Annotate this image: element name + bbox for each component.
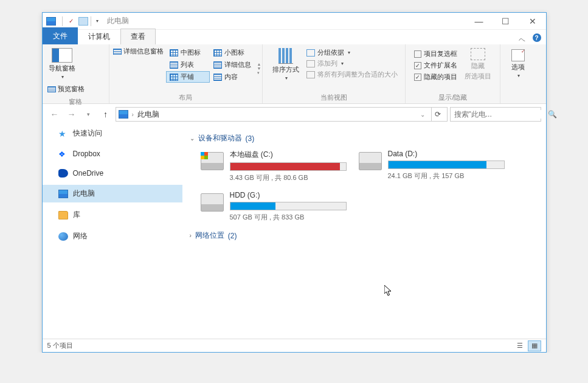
dropbox-icon: ❖: [58, 150, 68, 158]
list-icon: [170, 61, 178, 69]
preview-pane-button[interactable]: 预览窗格: [47, 85, 85, 94]
tiles-icon: [170, 74, 178, 81]
sidebar-item-thispc[interactable]: 此电脑: [43, 185, 182, 202]
search-box[interactable]: 🔍: [450, 107, 541, 122]
address-dropdown-icon[interactable]: ⌄: [418, 111, 427, 118]
maximize-button[interactable]: ☐: [493, 13, 519, 30]
ribbon-group-currentview: 当前视图: [263, 92, 405, 103]
ribbon-group-layout: 布局: [109, 92, 263, 103]
layout-content[interactable]: 内容: [210, 71, 255, 83]
view-details-toggle[interactable]: ☰: [513, 340, 527, 351]
app-icon: [46, 17, 56, 26]
add-columns-button: 添加列▾: [306, 59, 398, 68]
tab-computer[interactable]: 计算机: [78, 29, 120, 44]
content-icon: [213, 74, 222, 81]
drive-item[interactable]: 本地磁盘 (C:) 3.43 GB 可用 , 共 80.6 GB: [201, 150, 347, 182]
chevron-down-icon: ⌄: [190, 135, 195, 142]
preview-pane-icon: [47, 86, 56, 92]
qat-divider: [62, 16, 63, 26]
status-item-count: 5 个项目: [47, 341, 73, 350]
location-icon: [119, 110, 128, 119]
qat-divider: [91, 16, 91, 26]
nav-recent-dropdown[interactable]: ▾: [81, 107, 96, 122]
qat-new-folder-icon[interactable]: [78, 17, 88, 26]
close-button[interactable]: ✕: [519, 13, 546, 30]
content-area: ⌄ 设备和驱动器 (3) 本地磁盘 (C:) 3.43 GB 可用 , 共 80…: [182, 125, 546, 339]
drive-item[interactable]: Data (D:) 24.1 GB 可用 , 共 157 GB: [359, 150, 505, 182]
search-icon[interactable]: 🔍: [548, 110, 557, 119]
hide-icon: [471, 48, 485, 60]
group-devices-header[interactable]: ⌄ 设备和驱动器 (3): [190, 133, 539, 143]
drive-icon: [201, 193, 224, 212]
breadcrumb-item[interactable]: 此电脑: [137, 109, 159, 120]
ribbon-group-showhide: 显示/隐藏: [406, 92, 500, 103]
hidden-items-toggle[interactable]: ✓隐藏的项目: [414, 72, 457, 81]
sidebar-item-network[interactable]: 网络: [43, 227, 182, 245]
pc-icon: [58, 190, 68, 198]
small-icons-icon: [213, 49, 222, 57]
qat-dropdown-icon[interactable]: ▾: [94, 18, 101, 24]
layout-small-icons[interactable]: 小图标: [210, 47, 255, 58]
checkbox-checked-icon: ✓: [414, 74, 421, 81]
drive-name: HDD (G:): [230, 191, 347, 199]
view-tiles-toggle[interactable]: ▦: [528, 340, 541, 351]
group-by-button[interactable]: 分组依据▾: [306, 48, 398, 57]
file-extensions-toggle[interactable]: ✓文件扩展名: [414, 61, 457, 70]
sidebar-item-libraries[interactable]: 库: [43, 206, 182, 224]
address-bar[interactable]: › 此电脑 ⌄ ⟳: [116, 107, 448, 122]
group-network-header[interactable]: › 网络位置 (2): [190, 230, 539, 241]
navigation-sidebar: ★快速访问 ❖Dropbox OneDrive 此电脑 库 网络: [43, 125, 182, 339]
drive-stats: 3.43 GB 可用 , 共 80.6 GB: [230, 173, 347, 182]
help-icon[interactable]: ?: [533, 33, 541, 42]
drive-name: 本地磁盘 (C:): [230, 150, 347, 160]
add-columns-icon: [306, 60, 315, 67]
fit-columns-button: 将所有列调整为合适的大小: [306, 70, 398, 79]
checkbox-checked-icon: ✓: [414, 62, 421, 69]
onedrive-icon: [58, 169, 68, 178]
navigation-pane-button[interactable]: 导航窗格 ▾: [47, 47, 77, 81]
minimize-button[interactable]: —: [466, 13, 493, 30]
sidebar-item-onedrive[interactable]: OneDrive: [43, 165, 182, 181]
details-pane-button[interactable]: 详细信息窗格: [113, 47, 164, 56]
network-icon: [58, 232, 68, 241]
star-icon: ★: [58, 129, 68, 138]
navigation-pane-icon: [52, 48, 72, 63]
hide-selected-button: 隐藏 所选项目: [461, 47, 495, 82]
window-title: 此电脑: [107, 16, 129, 26]
libraries-icon: [58, 211, 68, 219]
layout-tiles[interactable]: 平铺: [166, 71, 210, 83]
details-pane-icon: [113, 49, 122, 55]
tab-view[interactable]: 查看: [120, 29, 156, 44]
layout-scroll[interactable]: ▲▼▾: [257, 62, 261, 75]
sidebar-item-dropbox[interactable]: ❖Dropbox: [43, 146, 182, 162]
sidebar-item-quickaccess[interactable]: ★快速访问: [43, 125, 182, 142]
nav-up-button[interactable]: ↑: [99, 107, 113, 122]
drive-item[interactable]: HDD (G:) 507 GB 可用 , 共 833 GB: [201, 191, 347, 222]
drive-icon: [201, 152, 224, 170]
medium-icons-icon: [170, 49, 178, 57]
sort-by-button[interactable]: 排序方式 ▾: [268, 47, 304, 82]
drive-usage-bar: [230, 162, 347, 171]
layout-details[interactable]: 详细信息: [210, 59, 255, 71]
options-button[interactable]: 选项 ▾: [505, 47, 531, 81]
drive-name: Data (D:): [388, 150, 505, 158]
item-checkboxes-toggle[interactable]: 项目复选框: [414, 49, 457, 58]
nav-forward-button: →: [64, 107, 79, 122]
ribbon-collapse-icon[interactable]: ヘ: [514, 35, 530, 44]
refresh-button[interactable]: ⟳: [431, 108, 444, 121]
tab-file[interactable]: 文件: [43, 27, 78, 44]
drive-stats: 507 GB 可用 , 共 833 GB: [230, 213, 347, 222]
qat-properties-icon[interactable]: ✓: [65, 16, 77, 27]
layout-list[interactable]: 列表: [166, 59, 210, 71]
group-by-icon: [306, 49, 315, 57]
nav-back-button[interactable]: ←: [47, 107, 62, 122]
breadcrumb-sep-icon[interactable]: ›: [132, 111, 134, 118]
sort-icon: [278, 48, 293, 64]
drive-icon: [359, 152, 382, 170]
layout-medium-icons[interactable]: 中图标: [166, 47, 210, 58]
search-input[interactable]: [454, 110, 545, 119]
drive-stats: 24.1 GB 可用 , 共 157 GB: [388, 171, 505, 181]
drive-usage-bar: [230, 202, 347, 210]
drive-usage-bar: [388, 160, 505, 169]
options-icon: [511, 49, 525, 61]
